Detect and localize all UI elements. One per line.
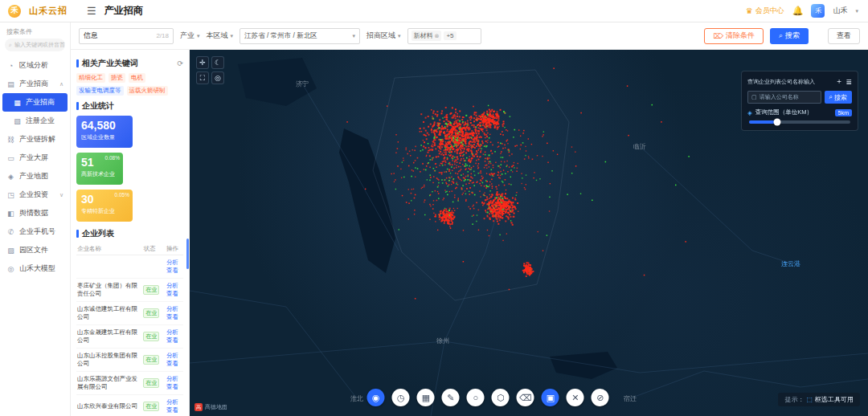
close-tool-icon[interactable]: ✕ (567, 389, 584, 406)
sidebar-item-产业招商[interactable]: ▤产业招商∧ (0, 75, 70, 93)
table-row[interactable]: 山东金晟建筑工程有限公司在业分析查看 (76, 325, 183, 349)
industry-select[interactable]: 产业▾ (180, 31, 200, 41)
region-cascader[interactable]: 江苏省 / 常州市 / 新北区▾ (240, 28, 360, 44)
action-link-分析[interactable]: 分析 (166, 375, 182, 383)
action-link-分析[interactable]: 分析 (166, 259, 182, 267)
notification-bell-icon[interactable]: 🔔 (792, 6, 804, 16)
user-name: 山禾 (833, 6, 847, 16)
table-row[interactable]: 山东乐惠源文创产业发展有限公司在业分析查看 (76, 372, 183, 395)
chevron-down-icon: ▾ (231, 33, 234, 39)
table-row[interactable]: 山东欣兴泰业有限公司在业分析查看 (76, 395, 183, 416)
map-controls: ✛☾⛶◎ (196, 56, 224, 84)
action-link-分析[interactable]: 分析 (166, 282, 182, 290)
sidebar-item-企业手机号[interactable]: ✆企业手机号 (0, 222, 70, 241)
keyword-tag[interactable]: 电机 (129, 73, 145, 83)
panel-scrollbar[interactable] (186, 239, 189, 269)
list-icon[interactable]: ≣ (845, 78, 852, 86)
action-link-查看[interactable]: 查看 (166, 267, 182, 275)
circle-draw-tool-icon[interactable]: ○ (467, 389, 485, 406)
map-canvas-area[interactable]: 济宁临沂连云港徐州淮北宿迁 ✛☾⛶◎ 查询企业列表公司名称输入 ＋ ≣ ▢ 请输… (190, 50, 868, 416)
remove-tag-icon[interactable]: ⊗ (435, 33, 440, 39)
city-label-宿迁: 宿迁 (624, 394, 637, 403)
fullscreen-icon[interactable]: ⛶ (196, 71, 209, 84)
keyword-tag[interactable]: 精细化工 (76, 73, 105, 83)
add-icon[interactable]: ＋ (835, 76, 842, 87)
row-actions: 分析查看 (166, 302, 183, 325)
table-row[interactable]: 山东诚信建筑工程有限公司在业分析查看 (76, 302, 183, 325)
keyword-tag[interactable]: 发输变电调度等 (76, 86, 124, 96)
map-attribution: 高 高德地图 (194, 403, 227, 411)
locate-icon[interactable]: ◎ (211, 71, 224, 84)
zoom-in-icon[interactable]: ✛ (196, 56, 209, 69)
keyword-tag[interactable]: 运载火箭研制 (127, 86, 168, 96)
avatar[interactable]: 禾 (811, 4, 825, 18)
refresh-icon[interactable]: ⟳ (177, 59, 183, 67)
keyword-count: 2/18 (156, 32, 169, 39)
clear-filters-button[interactable]: ⌦ 清除条件 (704, 28, 764, 44)
tag-chip[interactable]: 新材料⊗ (411, 31, 442, 41)
range-slider[interactable] (749, 120, 850, 124)
table-row[interactable]: 枣庄矿业（集团）有限责任公司在业分析查看 (76, 279, 183, 302)
keyword-input[interactable]: 信息 2/18 (79, 28, 174, 44)
range-slider-knob[interactable] (774, 119, 781, 126)
action-link-分析[interactable]: 分析 (166, 352, 182, 360)
action-link-查看[interactable]: 查看 (166, 290, 182, 298)
layers-tool-icon[interactable]: ▣ (542, 389, 559, 406)
locate-tool-icon[interactable]: ◉ (367, 389, 385, 406)
action-link-查看[interactable]: 查看 (166, 313, 182, 321)
member-center-link[interactable]: ♛ 会员中心 (746, 6, 784, 16)
polygon-draw-tool-icon[interactable]: ⬡ (492, 389, 510, 406)
link-tool-icon[interactable]: ⊘ (592, 389, 609, 406)
sidebar-item-产业招商[interactable]: ▦产业招商 (2, 93, 68, 112)
sidebar-item-企业投资[interactable]: ◳企业投资∨ (0, 186, 70, 204)
action-link-查看[interactable]: 查看 (166, 336, 182, 345)
search-button[interactable]: ⌕ 搜索 (770, 28, 809, 44)
history-tool-icon[interactable]: ◷ (392, 389, 410, 406)
company-name-input[interactable]: ▢ 请输入公司名称 (747, 91, 821, 104)
status-badge: 在业 (143, 378, 159, 388)
sidebar-search-input[interactable]: ⌕ 输入关键词或拼音首字母 (5, 39, 65, 51)
sidebar-item-舆情数据[interactable]: ◧舆情数据 (0, 204, 70, 222)
action-link-查看[interactable]: 查看 (166, 360, 182, 368)
building-tool-icon[interactable]: ▦ (417, 389, 435, 406)
sidebar-item-注册企业[interactable]: ▧注册企业 (0, 112, 70, 130)
more-tags-chip[interactable]: +5 (444, 31, 456, 40)
action-link-查看[interactable]: 查看 (166, 383, 182, 391)
action-link-分析[interactable]: 分析 (166, 398, 182, 406)
company-name: 山东欣兴泰业有限公司 (76, 395, 142, 416)
city-label-淮北: 淮北 (350, 394, 363, 403)
sidebar-item-产业大屏[interactable]: ▭产业大屏 (0, 149, 70, 167)
sidebar-item-label: 企业手机号 (19, 226, 55, 237)
company-status: 在业 (142, 395, 166, 416)
sidebar-item-区域分析[interactable]: ◔区域分析 (0, 56, 70, 75)
sidebar-item-产业地图[interactable]: ◈产业地图 (0, 167, 70, 186)
stats-section-title: 企业统计 (82, 100, 114, 112)
view-button[interactable]: 查看 (828, 28, 860, 44)
local-region-select[interactable]: 本区域▾ (207, 31, 234, 41)
sidebar-item-label: 山禾大模型 (19, 263, 55, 274)
sidebar-search-label: 搜索条件 (0, 27, 70, 39)
keyword-tag[interactable]: 搪瓷 (108, 73, 125, 83)
menu-toggle-icon[interactable]: ☰ (87, 5, 96, 17)
member-center-label: 会员中心 (755, 6, 784, 16)
keyword-tags: 精细化工搪瓷电机发输变电调度等运载火箭研制 (76, 73, 183, 96)
sidebar-item-山禾大模型[interactable]: ◎山禾大模型 (0, 259, 70, 278)
chevron-down-icon: ▾ (398, 33, 401, 39)
sidebar-item-园区文件[interactable]: ▨园区文件 (0, 241, 70, 259)
eraser-tool-icon[interactable]: ⌫ (517, 389, 534, 406)
stat-label: 专精特新企业 (81, 207, 128, 215)
invest-region-select[interactable]: 招商区域▾ (366, 31, 401, 41)
table-row[interactable]: 分析查看 (76, 255, 183, 279)
action-link-分析[interactable]: 分析 (166, 305, 182, 313)
sidebar-item-产业链拆解[interactable]: ⛓产业链拆解 (0, 130, 70, 149)
stat-card: 0.05%30专精特新企业 (76, 190, 133, 222)
action-link-分析[interactable]: 分析 (166, 328, 182, 336)
user-menu-caret-icon[interactable]: ▾ (855, 8, 858, 14)
map-search-button[interactable]: ⌕ 搜索 (825, 91, 852, 104)
table-row[interactable]: 山东山禾控股集团有限公司在业分析查看 (76, 349, 183, 372)
theme-icon[interactable]: ☾ (211, 56, 224, 69)
stat-card: 0.08%51高新技术企业 (76, 153, 123, 185)
selected-tags-box[interactable]: 新材料⊗ +5 (407, 28, 481, 44)
action-link-查看[interactable]: 查看 (166, 406, 182, 414)
edit-tool-icon[interactable]: ✎ (442, 389, 460, 406)
